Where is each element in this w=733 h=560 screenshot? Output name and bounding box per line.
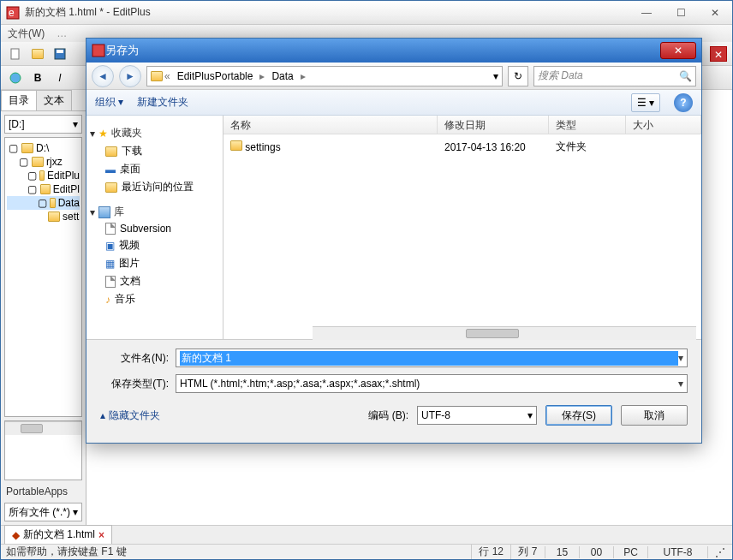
nav-forward-button[interactable]: ► (119, 65, 141, 87)
folder-icon (40, 184, 51, 194)
status-encoding: UTF-8 (647, 546, 707, 558)
collapse-icon[interactable]: ▾ (90, 128, 95, 140)
col-type[interactable]: 类型 (549, 116, 626, 134)
col-date[interactable]: 修改日期 (438, 116, 549, 134)
tree-node[interactable]: Data (58, 197, 80, 209)
tab-directory[interactable]: 目录 (1, 90, 37, 110)
item-size (626, 146, 701, 149)
app-icon: e (6, 6, 20, 20)
nav-documents[interactable]: 文档 (120, 274, 140, 289)
item-date: 2017-04-13 16:20 (438, 140, 549, 155)
h-scrollbar[interactable] (5, 421, 81, 435)
tree-node[interactable]: D:\ (36, 142, 49, 154)
save-button[interactable]: 保存(S) (545, 405, 612, 426)
bold-button[interactable]: B (28, 69, 47, 87)
tab-close-icon[interactable]: × (98, 529, 104, 541)
dialog-title: 另存为 (105, 43, 660, 58)
nav-recent[interactable]: 最近访问的位置 (122, 180, 194, 194)
save-button[interactable] (51, 45, 69, 63)
savetype-field[interactable]: HTML (*.html;*.htm;*.asp;*.asa;*.aspx;*.… (176, 374, 688, 393)
resize-grip[interactable]: ⋰ (707, 546, 732, 558)
encoding-field[interactable]: UTF-8 ▾ (417, 406, 537, 425)
browser-icon[interactable] (6, 69, 25, 87)
statusbar: 如需帮助，请按键盘 F1 键 行 12 列 7 15 00 PC UTF-8 ⋰ (1, 544, 732, 559)
folder-icon (50, 198, 56, 208)
chevron-down-icon[interactable]: ▾ (678, 378, 683, 390)
search-input[interactable]: 搜索 Data 🔍 (533, 66, 696, 86)
nav-video[interactable]: 视频 (119, 238, 140, 253)
tab-text[interactable]: 文本 (36, 90, 72, 110)
menu-file[interactable]: 文件(W) (8, 27, 45, 41)
tree-node[interactable]: rjxz (46, 156, 63, 168)
portableapps-label: PortableApps (1, 484, 86, 499)
expand-icon[interactable]: ▢ (27, 170, 37, 182)
help-button[interactable]: ? (674, 93, 693, 112)
collapse-icon[interactable]: ▾ (90, 206, 95, 218)
hide-folders-toggle[interactable]: ▴隐藏文件夹 (100, 408, 160, 423)
drive-combo[interactable]: [D:] ▾ (4, 115, 82, 134)
nav-pictures[interactable]: 图片 (119, 256, 140, 271)
chevron-right-icon: ▸ (259, 70, 265, 82)
panel-close-button[interactable]: ✕ (710, 46, 727, 62)
doc-tab[interactable]: ◆ 新的文档 1.html × (4, 525, 112, 544)
nav-back-button[interactable]: ◄ (92, 65, 114, 87)
doc-tab-label: 新的文档 1.html (23, 527, 95, 542)
folder-icon (39, 170, 45, 181)
folder-icon (32, 157, 44, 167)
nav-desktop[interactable]: 桌面 (120, 162, 140, 176)
status-ins: 00 (579, 546, 613, 558)
breadcrumb[interactable]: « EditPlusPortable ▸ Data ▸ ▾ (146, 66, 503, 86)
minimize-button[interactable]: — (635, 7, 659, 19)
libraries-group[interactable]: 库 (114, 205, 124, 219)
nav-downloads[interactable]: 下载 (122, 144, 142, 158)
col-size[interactable]: 大小 (626, 116, 701, 134)
new-file-button[interactable] (6, 45, 25, 63)
nav-music[interactable]: 音乐 (115, 292, 135, 307)
folder-tree[interactable]: ▢D:\ ▢rjxz ▢EditPlu ▢EditPl ▢Data sett (4, 137, 82, 417)
music-icon: ♪ (105, 294, 110, 306)
chevron-down-icon[interactable]: ▾ (678, 352, 683, 364)
dialog-titlebar[interactable]: 另存为 ✕ (86, 39, 701, 63)
savetype-label: 保存类型(T): (100, 377, 169, 391)
close-button[interactable]: ✕ (703, 7, 727, 19)
h-scrollbar[interactable] (313, 326, 696, 339)
nav-subversion[interactable]: Subversion (120, 223, 171, 235)
col-name[interactable]: 名称 (223, 116, 438, 134)
chevron-right-icon: ▸ (301, 70, 306, 82)
crumb[interactable]: Data (266, 70, 298, 82)
chevron-down-icon[interactable]: ▾ (493, 70, 498, 82)
tree-node[interactable]: EditPlu (47, 170, 80, 182)
dialog-close-button[interactable]: ✕ (660, 42, 696, 59)
main-titlebar[interactable]: e 新的文档 1.html * - EditPlus — ☐ ✕ (1, 1, 732, 25)
sidebar: 目录 文本 [D:] ▾ ▢D:\ ▢rjxz ▢EditPlu ▢EditPl… (1, 90, 86, 525)
view-mode-button[interactable]: ☰ ▾ (631, 93, 660, 112)
chevron-down-icon[interactable]: ▾ (527, 409, 533, 421)
file-listing[interactable]: 名称 修改日期 类型 大小 settings 2017-04-13 16:20 … (223, 116, 701, 339)
list-item[interactable]: settings 2017-04-13 16:20 文件夹 (223, 134, 701, 159)
expand-icon[interactable]: ▢ (38, 197, 47, 209)
expand-icon[interactable]: ▢ (27, 183, 38, 195)
status-sel: 15 (545, 546, 579, 558)
file-list[interactable] (4, 420, 82, 480)
file-filter-combo[interactable]: 所有文件 (*.*) ▾ (4, 503, 82, 521)
status-help: 如需帮助，请按键盘 F1 键 (1, 545, 471, 559)
cancel-button[interactable]: 取消 (621, 405, 688, 426)
tree-node[interactable]: EditPl (53, 183, 80, 195)
encoding-label: 编码 (B): (368, 408, 408, 423)
crumb[interactable]: EditPlusPortable (172, 70, 259, 82)
item-name: settings (245, 141, 280, 153)
expand-icon[interactable]: ▢ (7, 142, 19, 154)
expand-icon[interactable]: ▢ (17, 156, 29, 168)
doc-icon (105, 276, 116, 288)
tree-node[interactable]: sett (63, 211, 79, 223)
open-file-button[interactable] (28, 45, 47, 63)
dialog-nav-tree[interactable]: ▾★收藏夹 下载 ▬桌面 最近访问的位置 ▾库 Subversion ▣视频 ▦… (86, 116, 223, 339)
italic-button[interactable]: I (51, 69, 69, 87)
organize-menu[interactable]: 组织 ▾ (95, 95, 123, 110)
refresh-button[interactable]: ↻ (508, 66, 528, 86)
filename-field[interactable]: 新的文档 1 ▾ (176, 349, 688, 367)
favorites-group[interactable]: 收藏夹 (111, 126, 142, 140)
maximize-button[interactable]: ☐ (669, 7, 693, 19)
video-icon: ▣ (105, 240, 115, 252)
new-folder-button[interactable]: 新建文件夹 (137, 95, 188, 110)
